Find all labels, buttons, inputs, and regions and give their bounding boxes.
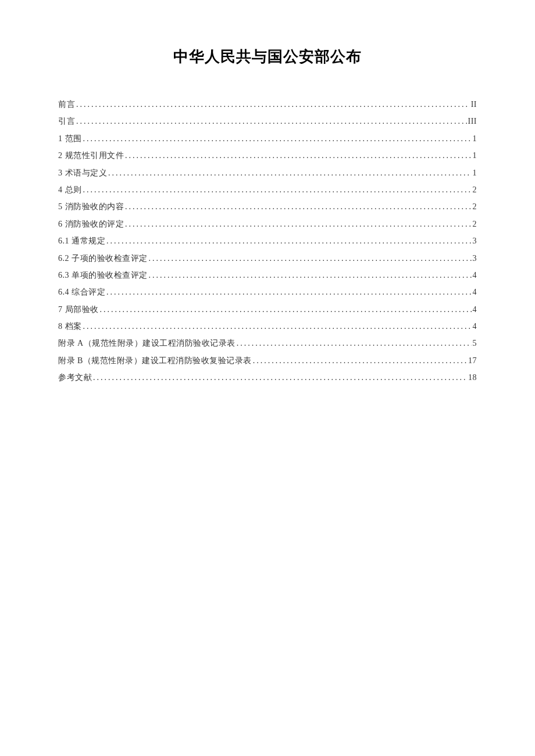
toc-page-number: 1 — [473, 147, 477, 164]
toc-page-number: 4 — [473, 301, 477, 318]
toc-label: 4 总则 — [58, 181, 82, 198]
toc-page-number: 2 — [473, 216, 477, 232]
toc-label: 3 术语与定义 — [58, 164, 107, 181]
toc-page-number: 3 — [473, 232, 477, 249]
toc-entry: 参考文献 18 — [58, 369, 477, 386]
toc-entry: 6.1 通常规定 3 — [58, 232, 477, 249]
toc-label: 前言 — [58, 96, 75, 113]
toc-leader-dots — [76, 96, 470, 113]
toc-page-number: 18 — [468, 369, 477, 386]
toc-leader-dots — [106, 232, 472, 249]
toc-leader-dots — [149, 267, 472, 284]
toc-entry: 6.2 子项的验收检查评定 3 — [58, 250, 477, 267]
toc-entry: 6.3 单项的验收检查评定 4 — [58, 267, 477, 284]
page-title: 中华人民共与国公安部公布 — [58, 46, 477, 67]
toc-leader-dots — [125, 216, 472, 232]
toc-entry: 6 消防验收的评定 2 — [58, 216, 477, 232]
toc-page-number: 1 — [473, 130, 477, 147]
toc-page-number: III — [468, 113, 477, 130]
toc-page-number: 4 — [473, 284, 477, 300]
toc-leader-dots — [125, 147, 472, 164]
toc-entry: 引言 III — [58, 113, 477, 130]
toc-leader-dots — [108, 164, 472, 181]
toc-entry: 5 消防验收的内容 2 — [58, 198, 477, 215]
toc-page-number: 4 — [473, 267, 477, 284]
toc-label: 2 规范性引用文件 — [58, 147, 124, 164]
toc-entry: 7 局部验收 4 — [58, 301, 477, 318]
toc-entry: 2 规范性引用文件 1 — [58, 147, 477, 164]
toc-page-number: 2 — [473, 181, 477, 198]
toc-label: 6.3 单项的验收检查评定 — [58, 267, 148, 284]
toc-leader-dots — [106, 284, 472, 300]
toc-entry: 附录 A（规范性附录）建设工程消防验收记录表 5 — [58, 335, 477, 352]
toc-leader-dots — [83, 130, 472, 147]
toc-page-number: 3 — [473, 250, 477, 267]
toc-label: 6.1 通常规定 — [58, 232, 105, 249]
toc-page-number: II — [471, 96, 477, 113]
toc-label: 引言 — [58, 113, 75, 130]
toc-leader-dots — [149, 250, 472, 267]
toc-label: 附录 A（规范性附录）建设工程消防验收记录表 — [58, 335, 236, 352]
toc-label: 参考文献 — [58, 369, 92, 386]
toc-label: 6.2 子项的验收检查评定 — [58, 250, 148, 267]
toc-page-number: 17 — [468, 352, 477, 369]
toc-leader-dots — [93, 369, 467, 386]
toc-entry: 3 术语与定义 1 — [58, 164, 477, 181]
toc-leader-dots — [83, 181, 472, 198]
toc-label: 6.4 综合评定 — [58, 284, 105, 300]
toc-label: 8 档案 — [58, 318, 82, 335]
toc-label: 6 消防验收的评定 — [58, 216, 124, 232]
toc-page-number: 1 — [473, 164, 477, 181]
toc-entry: 8 档案 4 — [58, 318, 477, 335]
table-of-contents: 前言 II 引言 III 1 范围 1 2 规范性引用文件 1 3 术语与定义 … — [58, 96, 477, 386]
toc-leader-dots — [237, 335, 472, 352]
toc-label: 附录 B（规范性附录）建设工程消防验收复验记录表 — [58, 352, 252, 369]
toc-page-number: 4 — [473, 318, 477, 335]
toc-entry: 1 范围 1 — [58, 130, 477, 147]
toc-leader-dots — [83, 318, 472, 335]
toc-label: 5 消防验收的内容 — [58, 198, 124, 215]
toc-entry: 前言 II — [58, 96, 477, 113]
toc-label: 1 范围 — [58, 130, 82, 147]
toc-leader-dots — [100, 301, 472, 318]
toc-entry: 附录 B（规范性附录）建设工程消防验收复验记录表 17 — [58, 352, 477, 369]
toc-entry: 4 总则 2 — [58, 181, 477, 198]
toc-leader-dots — [125, 198, 472, 215]
toc-label: 7 局部验收 — [58, 301, 99, 318]
toc-leader-dots — [253, 352, 467, 369]
toc-page-number: 5 — [473, 335, 477, 352]
toc-entry: 6.4 综合评定 4 — [58, 284, 477, 300]
toc-page-number: 2 — [473, 198, 477, 215]
toc-leader-dots — [76, 113, 467, 130]
